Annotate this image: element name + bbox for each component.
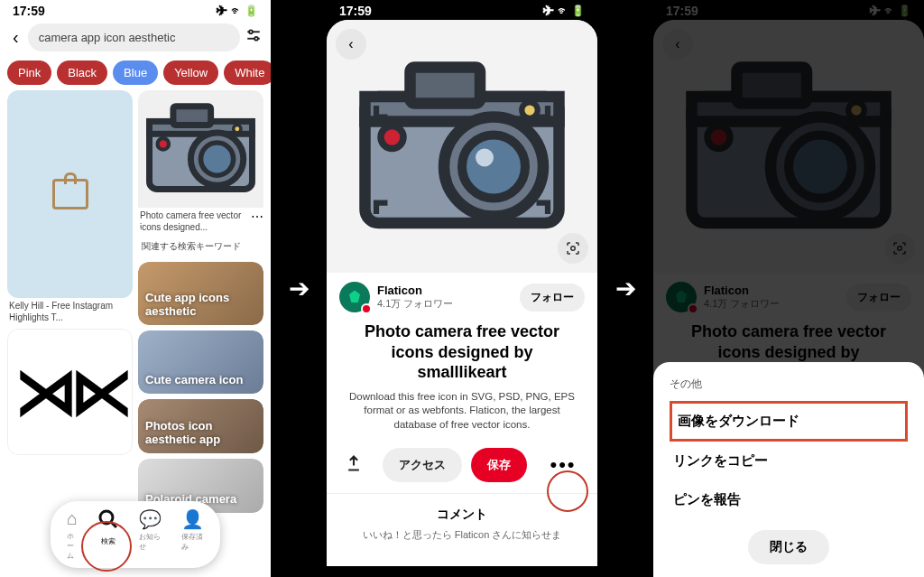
action-sheet: その他 画像をダウンロード リンクをコピー ピンを報告 閉じる [653, 362, 924, 577]
more-options-button[interactable]: ••• [547, 453, 579, 477]
chat-icon: 💬 [139, 508, 162, 530]
status-icons: ✈ ᯤ 🔋 [543, 5, 585, 17]
pin-suitcase[interactable]: Kelly Hill - Free Instagram Highlights T… [7, 90, 133, 323]
save-button[interactable]: 保存 [471, 448, 527, 482]
screen-pin-detail: 17:59 ✈ ᯤ 🔋 [327, 0, 597, 577]
nav-home[interactable]: ⌂ ホーム [67, 508, 78, 561]
status-bar: 17:59 ✈ ᯤ 🔋 [327, 0, 597, 20]
clock: 17:59 [666, 4, 698, 18]
back-button: ‹ [662, 29, 693, 60]
author-avatar [666, 282, 697, 312]
svg-point-19 [381, 126, 403, 149]
sheet-section-title: その他 [670, 377, 908, 392]
svg-rect-6 [173, 107, 211, 126]
suitcase-icon [52, 179, 88, 209]
author-followers: 4.1万 フォロワー [377, 297, 513, 311]
arrow-1: ➔ [271, 0, 327, 577]
nav-saved[interactable]: 👤 保存済み [181, 508, 204, 561]
pin-camera[interactable]: Photo camera free vector icons designed.… [138, 90, 263, 233]
back-icon[interactable]: ‹ [9, 27, 23, 48]
visual-search-button [884, 233, 915, 264]
pin-caption: Kelly Hill - Free Instagram Highlights T… [7, 298, 133, 323]
person-icon: 👤 [181, 508, 204, 530]
svg-point-26 [789, 135, 852, 199]
svg-point-10 [234, 126, 241, 133]
access-button[interactable]: アクセス [383, 448, 462, 482]
svg-point-9 [158, 138, 170, 150]
sheet-copy-link[interactable]: リンクをコピー [670, 442, 908, 480]
screen-action-sheet: 17:59 ✈ ᯤ 🔋 [653, 0, 924, 577]
follow-button[interactable]: フォロー [520, 284, 585, 312]
capcut-icon: ⋊⋉ [14, 355, 126, 429]
arrow-2: ➔ [597, 0, 653, 577]
pin-more-icon[interactable]: ⋯ [251, 208, 263, 224]
chip-yellow[interactable]: Yellow [163, 60, 218, 85]
pin-description: Download this free icon in SVG, PSD, PNG… [327, 390, 597, 442]
camera-icon-large [349, 51, 575, 241]
comments-header: コメント [327, 494, 597, 528]
home-icon: ⌂ [67, 508, 78, 529]
svg-point-2 [249, 30, 253, 33]
svg-point-3 [254, 37, 258, 41]
nav-notifications[interactable]: 💬 お知らせ [139, 508, 162, 561]
svg-point-28 [848, 102, 864, 118]
comments-prompt: いいね！と思ったら Flaticon さんに知らせま [327, 528, 597, 542]
svg-point-27 [707, 126, 730, 149]
pin-capcut[interactable]: ⋊⋉ [7, 329, 133, 455]
pin-grid: Kelly Hill - Free Instagram Highlights T… [0, 90, 271, 513]
back-button[interactable]: ‹ [336, 29, 366, 60]
svg-point-17 [462, 135, 525, 199]
svg-point-18 [476, 149, 494, 167]
bottom-nav: ⌂ ホーム 検索 💬 お知らせ 👤 保存済み [51, 501, 220, 568]
svg-point-21 [571, 247, 576, 251]
visual-search-button[interactable] [558, 233, 588, 264]
share-icon[interactable] [345, 454, 363, 476]
svg-point-8 [201, 143, 234, 175]
search-row: ‹ camera app icon aesthetic [0, 20, 271, 55]
svg-rect-15 [411, 68, 481, 104]
sheet-close-button[interactable]: 閉じる [748, 530, 829, 564]
search-input[interactable]: camera app icon aesthetic [28, 23, 240, 51]
author-avatar[interactable] [339, 282, 370, 312]
svg-point-20 [522, 102, 538, 118]
nav-search[interactable]: 検索 [97, 508, 119, 561]
sheet-report-pin[interactable]: ピンを報告 [670, 480, 908, 519]
author-name[interactable]: Flaticon [377, 284, 513, 297]
clock: 17:59 [339, 4, 372, 18]
author-row: Flaticon 4.1万 フォロワー フォロー [327, 273, 597, 318]
clock: 17:59 [13, 4, 45, 18]
pin-caption: Photo camera free vector icons designed.… [138, 208, 247, 233]
filter-chips: Pink Black Blue Yellow White Pu [0, 55, 271, 90]
chip-blue[interactable]: Blue [113, 60, 158, 85]
camera-icon [138, 90, 263, 208]
svg-rect-24 [737, 68, 808, 104]
related-cute-camera-icon[interactable]: Cute camera icon [138, 330, 263, 394]
verified-badge-icon [361, 303, 372, 314]
related-photos-icon[interactable]: Photos icon aesthetic app [138, 399, 263, 453]
pin-image-area: ‹ [327, 20, 597, 273]
search-icon [97, 508, 119, 535]
svg-point-11 [100, 511, 113, 524]
svg-line-12 [111, 522, 116, 527]
status-bar: 17:59 ✈ ᯤ 🔋 [0, 0, 271, 20]
svg-point-29 [898, 247, 902, 251]
related-searches-label: 関連する検索キーワード [138, 238, 263, 256]
camera-icon-large [676, 51, 901, 241]
chip-white[interactable]: White [224, 60, 271, 85]
sheet-download-image[interactable]: 画像をダウンロード [670, 401, 908, 442]
chip-black[interactable]: Black [57, 60, 107, 85]
pin-title: Photo camera free vector icons designed … [327, 318, 597, 390]
filter-icon[interactable] [245, 27, 262, 48]
action-row: アクセス 保存 ••• [327, 441, 597, 494]
screen-search-results: 17:59 ✈ ᯤ 🔋 ‹ camera app icon aesthetic … [0, 0, 271, 577]
chip-pink[interactable]: Pink [7, 60, 51, 85]
status-icons: ✈ ᯤ 🔋 [870, 5, 911, 17]
status-bar: 17:59 ✈ ᯤ 🔋 [653, 0, 924, 20]
status-icons: ✈ ᯤ 🔋 [217, 5, 258, 17]
related-cute-app-icons[interactable]: Cute app icons aesthetic [138, 262, 263, 325]
